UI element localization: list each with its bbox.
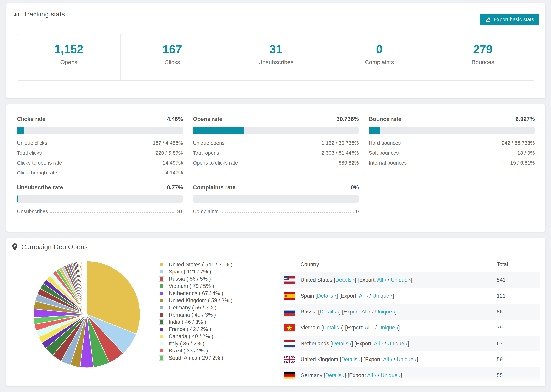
legend-swatch [159,269,164,274]
export-unique-link[interactable]: Unique › [375,309,395,315]
legend-item[interactable]: Canada ( 40 / 2% ) [159,333,232,340]
legend-item[interactable]: South Africa ( 29 / 2% ) [159,354,232,362]
dotted-leader [227,144,319,144]
export-unique-link[interactable]: Unique › [381,372,401,378]
detail-label: Click through rate [17,170,57,176]
rate-title: Complaints rate [193,184,235,191]
rate-block: Bounce rate6.927%Hard bounces242 / 86.73… [369,116,535,180]
total-column-header: Total [497,261,540,267]
detail-row: Clicks to opens rate14.497% [17,160,183,166]
details-link[interactable]: Details › [317,293,337,299]
table-row-text: ] [395,309,397,315]
export-icon [485,17,491,22]
flag-germany-icon [280,372,300,379]
rates-grid: Clicks rate4.46%Unique clicks167 / 4.456… [6,105,545,218]
rate-value: 0% [351,184,359,191]
export-unique-link[interactable]: Unique › [391,277,411,283]
stat-label: Unsubscribes [258,59,293,65]
table-row-text: Netherlands [ [300,341,332,347]
export-basic-stats-button[interactable]: Export basic stats [480,14,539,25]
export-unique-link[interactable]: Unique › [387,341,407,347]
legend-swatch [159,341,164,346]
legend-label: South Africa ( 29 / 2% ) [169,355,223,361]
geo-pie-chart [32,260,141,369]
table-row-text: ] [411,277,412,283]
export-all-link[interactable]: All › [361,309,371,315]
legend-label: France ( 42 / 2% ) [169,326,211,332]
legend-swatch [159,355,164,361]
export-unique-link[interactable]: Unique › [397,357,417,362]
details-link[interactable]: Details › [332,341,352,347]
export-unique-link[interactable]: Unique › [372,293,392,299]
total-value: 59 [497,357,540,363]
table-row-text: ] [Export: [339,309,361,315]
legend-item[interactable]: India ( 46 / 3% ) [159,318,232,326]
table-row-text: / [386,277,391,283]
stat-value: 279 [473,42,493,56]
detail-label: Hard bounces [369,140,401,146]
table-row-text: Spain [ [300,293,317,299]
tracking-stats-card: Tracking stats Export basic stats 1,152O… [6,3,545,98]
geo-header: Campaign Geo Opens [6,238,545,256]
dotted-leader [50,212,175,213]
table-row-text: ] [Export: [352,341,374,347]
legend-item[interactable]: Brazil ( 33 / 2% ) [159,347,232,354]
progress-bar-fill [17,127,24,134]
legend-swatch [159,312,164,317]
legend-item[interactable]: United States ( 541 / 31% ) [159,261,232,268]
details-link[interactable]: Details › [320,309,339,315]
export-unique-link[interactable]: Unique › [378,325,398,331]
legend-item[interactable]: Germany ( 55 / 3% ) [159,304,232,311]
table-row-text: ] [Export: [342,325,365,331]
detail-row: Soft bounces18 / 0% [369,150,535,156]
legend-item[interactable]: France ( 42 / 2% ) [159,326,232,333]
legend-item[interactable]: Spain ( 121 / 7% ) [159,268,232,275]
flag-vietnam-icon [280,324,300,331]
export-all-link[interactable]: All › [367,372,376,378]
table-row-text: Russia [ [300,309,320,315]
legend-item[interactable]: United Kingdom ( 59 / 3% ) [159,297,232,304]
export-all-link[interactable]: All › [374,341,383,347]
geo-table: Country Total United States [Details ›] … [280,257,540,383]
geo-legend: United States ( 541 / 31% )Spain ( 121 /… [159,261,232,362]
details-link[interactable]: Details › [335,277,355,283]
legend-item[interactable]: Netherlands ( 67 / 4% ) [159,290,232,297]
legend-item[interactable]: Russia ( 86 / 5% ) [159,275,232,283]
dotted-leader [64,164,160,164]
export-all-link[interactable]: All › [377,277,386,283]
progress-bar-fill [369,127,380,134]
legend-label: United Kingdom ( 59 / 3% ) [169,297,232,304]
legend-item[interactable]: Romania ( 49 / 3% ) [159,311,232,318]
legend-item[interactable]: Italy ( 36 / 2% ) [159,340,232,347]
detail-value: 19 / 6.81% [510,160,535,166]
export-all-link[interactable]: All › [359,293,368,299]
rate-title: Clicks rate [17,116,46,122]
export-all-link[interactable]: All › [365,325,374,331]
export-all-link[interactable]: All › [383,357,392,362]
progress-bar-fill [193,127,244,134]
dotted-leader [60,174,163,174]
table-row-text: Vietnam [ [300,325,323,331]
legend-swatch [159,291,164,296]
rate-title: Opens rate [193,116,222,122]
stat-value: 1,152 [54,42,83,56]
geo-table-rows: United States [Details ›] [Export: All ›… [280,272,540,383]
stat-label: Bounces [472,59,494,65]
table-row-text: / [376,372,381,378]
detail-label: Total clicks [17,150,42,156]
legend-item[interactable]: Vietnam ( 79 / 5% ) [159,283,232,290]
details-link[interactable]: Details › [323,325,342,331]
rate-block: Opens rate30.736%Unique opens1,152 / 30.… [193,116,359,180]
details-link[interactable]: Details › [325,372,345,378]
legend-label: Italy ( 36 / 2% ) [169,341,204,347]
legend-label: Spain ( 121 / 7% ) [169,269,211,275]
bar-chart-icon [12,10,20,18]
flag-russia-icon [280,308,300,315]
table-row-text: ] [398,325,400,331]
flag-netherlands-icon [280,340,300,347]
legend-label: Brazil ( 33 / 2% ) [169,348,208,354]
details-link[interactable]: Details › [341,357,361,362]
detail-row: Hard bounces242 / 86.738% [369,140,535,146]
table-row-text: / [371,309,375,315]
detail-label: Complaints [193,209,219,214]
